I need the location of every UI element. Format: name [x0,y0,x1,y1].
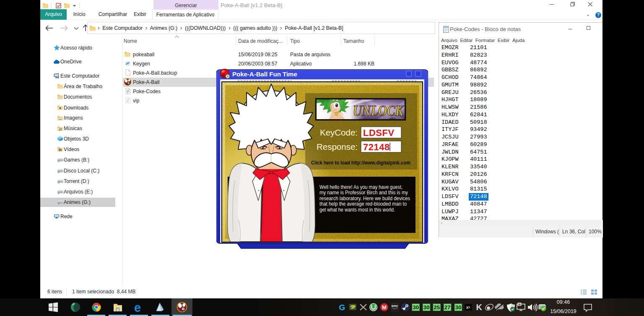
svg-text:25: 25 [434,304,440,311]
svg-text:get what he wants most in this: get what he wants most in this world. [319,207,395,213]
svg-text:M: M [382,304,387,311]
svg-text:Response:: Response: [317,142,358,151]
svg-text:27: 27 [444,304,451,311]
svg-text:15/06/2019: 15/06/2019 [550,308,576,314]
svg-text:research laboratory. Here we b: research laboratory. Here we build devic… [319,196,410,201]
svg-text:KeyCode:: KeyCode: [320,128,358,137]
svg-text:that help the average red-bloo: that help the average red-blooded man to [319,201,407,207]
svg-text:Well hello there! As you may h: Well hello there! As you may have guest, [319,184,402,190]
svg-text:30: 30 [413,304,419,311]
svg-text:GAMES: GAMES [392,308,397,310]
svg-text:09:46: 09:46 [557,299,570,305]
svg-text:LDSFV: LDSFV [363,128,395,138]
svg-text:30: 30 [455,304,461,311]
svg-text:K: K [476,303,483,312]
svg-text:my name is Professor Birch and: my name is Professor Birch and this is m… [319,190,408,196]
svg-text:G: G [339,303,345,312]
svg-text:Click here to load http://www.: Click here to load http://www.digitalpin… [311,159,410,166]
svg-text:30: 30 [423,304,430,311]
svg-text:EPIC: EPIC [392,305,398,308]
svg-text:e: e [134,301,141,314]
svg-text:72148: 72148 [363,142,390,152]
svg-text:Poke-A-Ball Fun Time: Poke-A-Ball Fun Time [232,71,297,78]
svg-text:X⁵: X⁵ [466,306,470,310]
svg-text:UNLOCK: UNLOCK [353,102,404,119]
